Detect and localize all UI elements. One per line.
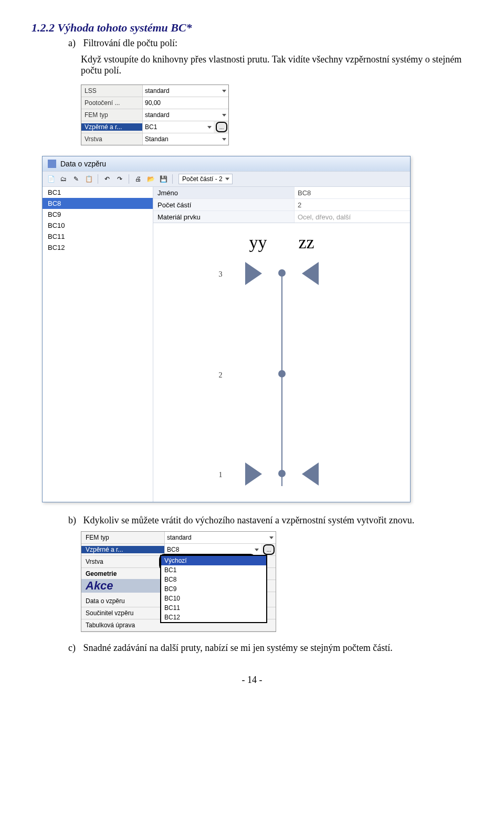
property-value[interactable]: 2 (295, 201, 410, 209)
diagram-node (278, 370, 286, 377)
dialog-title: Data o vzpěru (60, 160, 106, 168)
list-letter-a: a) (68, 38, 81, 49)
mini-property-panel: LSSstandardPootočení ...90,00FEM typstan… (81, 85, 229, 145)
toolbar-print-icon[interactable]: 🖨 (133, 174, 143, 184)
list-cont-a: Když vstoupíte do knihovny přes vlastnos… (81, 54, 472, 76)
buckling-diagram: yy zz 3 2 1 (153, 223, 410, 502)
dropdown-item[interactable]: BC8 (161, 575, 266, 584)
diagram-support-right (302, 262, 319, 285)
list-item-c: c) Snadné zadávání na další pruty, nabíz… (68, 643, 472, 654)
property-value[interactable]: BC1 (142, 121, 214, 133)
property-row[interactable]: Vzpěrné a r...BC1... (81, 121, 228, 133)
toolbar-sep (98, 174, 98, 184)
property-label: LSS (81, 87, 142, 94)
section-heading: 1.2.2 Výhoda tohoto systému BC* (32, 21, 472, 35)
property-value[interactable]: BC8 (295, 189, 410, 197)
property-value[interactable]: Standan (142, 133, 228, 145)
diagram-node (278, 269, 286, 277)
dropdown-item[interactable]: BC9 (161, 584, 266, 594)
dialog-toolbar: 📄 🗂 ✎ 📋 ↶ ↷ 🖨 📂 💾 Počet částí - 2 (43, 171, 410, 187)
bc-dropdown-open[interactable]: VýchozíBC1BC8BC9BC10BC11BC12 (160, 555, 267, 623)
property-label: Data o vzpěru (81, 597, 164, 605)
list-text-a: Filtrování dle počtu polí: (83, 38, 177, 48)
property-value[interactable]: 90,00 (142, 97, 228, 109)
bc-list-item[interactable]: BC11 (43, 231, 153, 242)
bc-list-item[interactable]: BC8 (43, 198, 153, 209)
property-label: Vzpěrné a r... (81, 123, 142, 131)
property-row[interactable]: FEM typstandard (81, 532, 276, 544)
property-label: Vrstva (81, 558, 164, 565)
property-value[interactable]: standard (142, 85, 228, 97)
bc-list-item[interactable]: BC1 (43, 187, 153, 198)
toolbar-sep (129, 174, 129, 184)
property-label: FEM typ (81, 111, 142, 119)
property-row[interactable]: Vzpěrné a r...BC8... (81, 544, 276, 556)
page-number: - 14 - (32, 675, 472, 686)
bc-list: BC1BC8BC9BC10BC11BC12 (43, 187, 153, 502)
property-label: Geometrie (81, 570, 164, 577)
axis-label-yy: yy (249, 233, 267, 252)
bc-properties: JménoBC8Počet částí2Materiál prvkuOcel, … (153, 187, 410, 223)
property-row: Materiál prvkuOcel, dřevo, další (153, 211, 410, 223)
property-label: Vzpěrné a r... (81, 546, 164, 553)
dropdown-item[interactable]: Výchozí (161, 556, 266, 565)
mini-property-panel-2: FEM typstandardVzpěrné a r...BC8...Vrstv… (81, 531, 276, 632)
property-label: Tabulková úprava (81, 622, 164, 629)
toolbar-redo-icon[interactable]: ↷ (114, 174, 125, 184)
property-label: Počet částí (153, 199, 295, 210)
property-row: JménoBC8 (153, 187, 410, 199)
diagram-num: 1 (219, 471, 223, 479)
property-label: Materiál prvku (153, 211, 295, 223)
toolbar-sep (172, 174, 173, 184)
property-value[interactable]: standard (142, 109, 228, 121)
property-label: FEM typ (81, 534, 164, 541)
vzper-dialog: Data o vzpěru 📄 🗂 ✎ 📋 ↶ ↷ 🖨 📂 💾 Počet čá… (42, 156, 411, 502)
diagram-num: 2 (219, 371, 223, 380)
dropdown-item[interactable]: BC11 (161, 603, 266, 613)
toolbar-save-icon[interactable]: 💾 (158, 174, 169, 184)
property-row: Počet částí2 (153, 199, 410, 211)
property-row[interactable]: VrstvaStandan (81, 133, 228, 145)
ellipsis-button[interactable]: ... (263, 544, 275, 555)
toolbar-copy-icon[interactable]: 📋 (83, 174, 94, 184)
bc-list-item[interactable]: BC9 (43, 209, 153, 220)
toolbar-undo-icon[interactable]: ↶ (102, 174, 112, 184)
list-letter-c: c) (68, 643, 81, 654)
property-value[interactable]: BC8 (164, 544, 261, 555)
property-label: Pootočení ... (81, 99, 142, 107)
list-item-b: b) Kdykoliv se můžete vrátit do výchozíh… (68, 515, 472, 526)
property-label: Vrstva (81, 135, 142, 143)
axis-label-zz: zz (298, 233, 314, 252)
dropdown-item[interactable]: BC12 (161, 613, 266, 622)
diagram-support-right (302, 462, 319, 486)
toolbar-edit-icon[interactable]: ✎ (71, 174, 81, 184)
toolbar-filter-dropdown[interactable]: Počet částí - 2 (178, 174, 233, 184)
property-row[interactable]: FEM typstandard (81, 109, 228, 121)
dropdown-item[interactable]: BC1 (161, 565, 266, 575)
diagram-num: 3 (219, 270, 223, 279)
list-text-c: Snadné zadávání na další pruty, nabízí s… (83, 643, 393, 653)
bc-list-item[interactable]: BC12 (43, 242, 153, 253)
property-row[interactable]: LSSstandard (81, 85, 228, 97)
toolbar-new-icon[interactable]: 📄 (46, 174, 56, 184)
dialog-titlebar[interactable]: Data o vzpěru (43, 156, 410, 171)
property-value[interactable]: Ocel, dřevo, další (295, 213, 410, 221)
property-label: Akce (81, 579, 164, 593)
property-label: Jméno (153, 187, 295, 198)
toolbar-open-icon[interactable]: 📂 (145, 174, 156, 184)
toolbar-tree-icon[interactable]: 🗂 (58, 174, 69, 184)
ellipsis-button[interactable]: ... (216, 122, 227, 132)
property-value[interactable]: standard (164, 532, 276, 543)
dialog-icon (48, 160, 56, 168)
dropdown-item[interactable]: BC10 (161, 594, 266, 603)
list-letter-b: b) (68, 515, 81, 526)
diagram-node (278, 470, 286, 477)
list-text-b: Kdykoliv se můžete vrátit do výchozího n… (83, 515, 415, 525)
diagram-support-left (245, 262, 262, 285)
diagram-line (281, 270, 282, 486)
diagram-support-left (245, 462, 262, 486)
bc-list-item[interactable]: BC10 (43, 220, 153, 231)
list-item-a: a) Filtrování dle počtu polí: (68, 38, 472, 49)
property-label: Součinitel vzpěru (81, 609, 164, 617)
property-row[interactable]: Pootočení ...90,00 (81, 97, 228, 109)
